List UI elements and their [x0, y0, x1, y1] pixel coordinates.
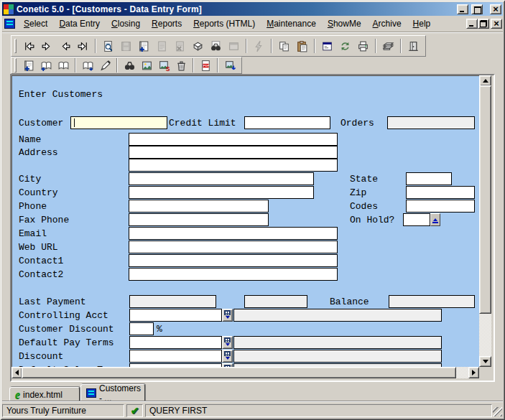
form-window-button[interactable] [318, 37, 336, 55]
toolbar-grip[interactable] [14, 58, 17, 73]
toolbar-separator [314, 39, 315, 53]
close-button[interactable] [490, 4, 501, 14]
name-input[interactable] [129, 133, 338, 146]
controlling-acct-label: Controlling Acct [19, 310, 108, 321]
menu-maintenance[interactable]: Maintenance [261, 17, 322, 31]
trash-button[interactable] [172, 58, 190, 73]
address-line1-input[interactable] [129, 146, 338, 159]
image-export-button[interactable] [221, 58, 238, 73]
menu-showme[interactable]: ShowMe [322, 17, 367, 31]
email-input[interactable] [129, 227, 338, 240]
controlling-acct-input[interactable] [129, 309, 222, 322]
app-icon[interactable] [4, 4, 14, 14]
toolbar-grip[interactable] [14, 39, 17, 53]
print-button[interactable] [354, 37, 372, 55]
scroll-up-button[interactable] [479, 75, 491, 86]
refresh-button[interactable] [336, 37, 354, 55]
binoculars-button[interactable] [121, 58, 138, 73]
query-button[interactable] [99, 37, 117, 55]
minimize-button[interactable] [457, 4, 468, 14]
scroll-right-button[interactable] [468, 367, 479, 378]
customer-discount-input[interactable] [129, 322, 154, 335]
toolbar-band [2, 33, 503, 74]
menu-help[interactable]: Help [407, 17, 437, 31]
credit-limit-input[interactable] [244, 116, 330, 129]
horizontal-scrollbar[interactable] [11, 367, 479, 378]
add-record-icon [138, 40, 150, 52]
menu-reports-html[interactable]: Reports (HTML) [187, 17, 261, 31]
menu-closing[interactable]: Closing [106, 17, 146, 31]
controlling-acct-lookup-button[interactable] [222, 309, 233, 322]
exit-button[interactable] [404, 37, 422, 55]
title-bar[interactable]: Conetic 5.0 - [Customers - Data Entry Fo… [2, 2, 503, 16]
address-label: Address [19, 147, 58, 158]
nav-next-icon [41, 40, 53, 52]
scroll-left-button[interactable] [11, 367, 22, 378]
zip-label: Zip [350, 187, 366, 198]
customer-input[interactable] [70, 116, 167, 129]
pdf-button[interactable] [197, 58, 214, 73]
image-button[interactable] [138, 58, 155, 73]
child-close-button[interactable] [491, 19, 502, 29]
new-book-button[interactable] [20, 58, 37, 73]
email-label: Email [19, 228, 47, 239]
copy-icon [278, 40, 290, 52]
contact2-input[interactable] [129, 268, 338, 281]
nav-prev-button[interactable] [56, 37, 74, 55]
sign-pen-button[interactable] [96, 58, 113, 73]
city-input[interactable] [129, 172, 314, 185]
horizontal-scroll-thumb[interactable] [22, 367, 456, 378]
print-stack-button[interactable] [379, 37, 397, 55]
vertical-scrollbar[interactable] [479, 75, 491, 367]
open-book-icon [57, 60, 70, 72]
codes-input[interactable] [406, 200, 475, 213]
on-hold-input[interactable] [403, 213, 430, 226]
find-record-button[interactable] [207, 37, 225, 55]
toolbar-separator [246, 39, 247, 53]
status-bar: Yours Truly Furniture ✔ QUERY FIRST [2, 402, 503, 418]
open-book-add-button[interactable] [37, 58, 55, 73]
address-line2-input[interactable] [129, 159, 338, 172]
maximize-button[interactable] [471, 4, 483, 14]
fax-phone-input[interactable] [129, 213, 269, 226]
paste-button[interactable] [293, 37, 311, 55]
default-pay-terms-lookup-button[interactable] [222, 336, 233, 349]
web-url-input[interactable] [129, 241, 338, 253]
on-hold-spin-button[interactable] [430, 213, 440, 226]
default-pay-terms-input[interactable] [129, 336, 222, 349]
tab-customers[interactable]: Customers - ... [80, 384, 145, 402]
child-minimize-button[interactable] [466, 19, 478, 29]
tab-index-html[interactable]: e index.html [9, 387, 80, 402]
nav-last-button[interactable] [74, 37, 92, 55]
open-book-button[interactable] [55, 58, 72, 73]
scroll-down-button[interactable] [479, 356, 491, 367]
toolbar-separator [375, 39, 376, 53]
on-hold-label: On Hold? [350, 215, 394, 225]
mdi-system-menu-icon[interactable] [4, 19, 15, 29]
execute-icon [253, 40, 265, 52]
state-input[interactable] [406, 172, 452, 185]
lookup-grid-icon [224, 351, 231, 356]
open-book-query-button[interactable] [79, 58, 96, 73]
menu-data-entry[interactable]: Data Entry [53, 17, 106, 31]
menu-archive[interactable]: Archive [367, 17, 407, 31]
zip-input[interactable] [406, 186, 475, 199]
country-input[interactable] [129, 186, 314, 199]
refresh-icon [339, 40, 351, 52]
nav-first-button[interactable] [20, 37, 38, 55]
add-record-button[interactable] [135, 37, 153, 55]
image-save-button[interactable] [155, 58, 172, 73]
phone-input[interactable] [129, 200, 269, 213]
child-restore-button[interactable] [478, 19, 489, 29]
menu-reports[interactable]: Reports [146, 17, 187, 31]
contact1-input[interactable] [129, 254, 338, 267]
menu-select[interactable]: Select [18, 17, 53, 31]
discount-lookup-button[interactable] [222, 350, 233, 363]
toolbar-separator [75, 58, 76, 73]
nav-next-button[interactable] [38, 37, 56, 55]
vertical-scroll-thumb[interactable] [479, 85, 491, 314]
discount-input[interactable] [129, 350, 222, 363]
clear-record-button[interactable] [189, 37, 207, 55]
copy-button[interactable] [275, 37, 293, 55]
resize-grip[interactable] [493, 407, 502, 416]
